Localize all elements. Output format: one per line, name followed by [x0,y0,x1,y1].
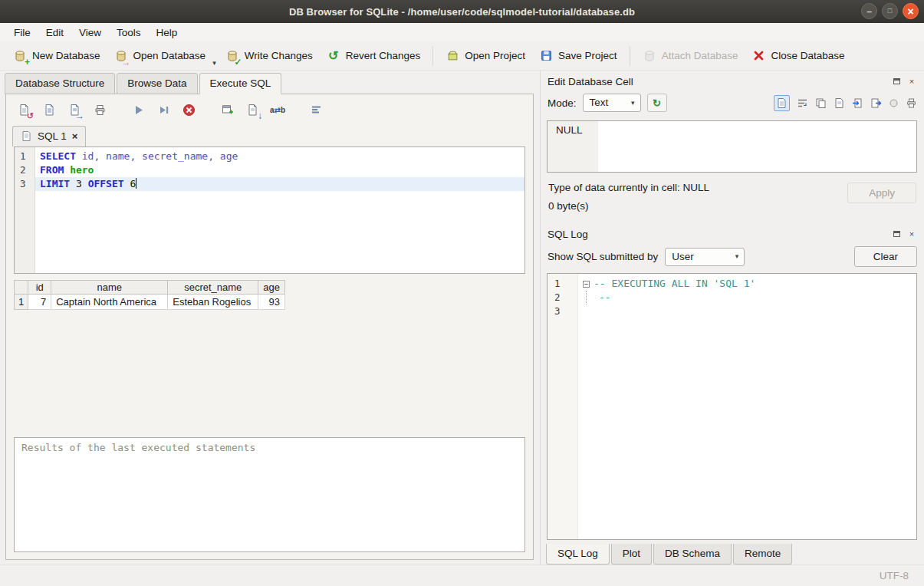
open-sql-file-button[interactable]: ↺ [15,101,32,118]
column-header-name[interactable]: name [51,281,168,295]
open-database-icon: → [114,49,128,63]
attach-database-label: Attach Database [662,50,738,61]
right-pane: Edit Database Cell × Mode: Text ▾ ↻ [540,71,924,565]
content-area: Database Structure Browse Data Execute S… [0,71,924,565]
edit-cell-close-button[interactable]: × [906,76,917,87]
log-filter-combobox[interactable]: User ▾ [665,248,745,266]
column-header-secret-name[interactable]: secret_name [168,281,258,295]
print-icon [93,103,107,117]
tab-db-schema[interactable]: DB Schema [653,544,732,565]
close-icon: × [909,77,914,86]
results-table: id name secret_name age 1 7 Captain Nort… [14,280,285,310]
editor-line: FROM hero [35,163,524,177]
print-button[interactable] [91,101,108,118]
titlebar: DB Browser for SQLite - /home/user/code/… [0,0,924,23]
menu-edit[interactable]: Edit [38,25,71,41]
open-sql-file-icon: ↺ [17,103,31,117]
edit-cell-float-button[interactable] [891,76,902,87]
stop-button[interactable] [180,101,197,118]
write-changes-label: Write Changes [245,50,313,61]
collapse-marker-icon[interactable]: − [583,281,590,288]
editor-code-area[interactable]: SELECT id, name, secret_name, age FROM h… [35,147,524,273]
results-grid-area: id name secret_name age 1 7 Captain Nort… [6,274,533,434]
auto-apply-button[interactable]: ↻ [647,94,667,112]
sql-log-close-button[interactable]: × [906,229,917,239]
save-results-button[interactable]: ↓ [244,101,261,118]
format-sql-icon [309,103,323,117]
encoding-indicator: UTF-8 [880,570,909,581]
find-replace-button[interactable]: a⇄b [269,101,286,118]
maximize-button[interactable]: □ [882,3,898,19]
menu-file[interactable]: File [6,25,38,41]
mode-combobox[interactable]: Text ▾ [583,94,641,112]
tab-sql-log[interactable]: SQL Log [546,544,610,565]
save-project-button[interactable]: Save Project [532,45,624,67]
open-database-button[interactable]: → Open Database [107,45,213,67]
results-corner-header[interactable] [15,281,28,295]
open-new-tab-button[interactable] [219,101,235,118]
cell-id[interactable]: 7 [28,295,51,310]
mode-label: Mode: [547,97,577,109]
sql-editor-tab-bar: SQL 1 × [6,122,533,146]
sql-editor-tab[interactable]: SQL 1 × [12,126,86,146]
save-sql-file-icon [42,103,56,117]
minimize-button[interactable]: – [861,3,877,19]
cell-name[interactable]: Captain North America [51,295,168,310]
save-sql-file-as-button[interactable]: → [66,101,83,118]
tab-plot[interactable]: Plot [611,544,652,565]
row-number-cell[interactable]: 1 [15,295,28,310]
paste-button[interactable] [834,97,845,109]
apply-button[interactable]: Apply [847,183,916,203]
sql-tab-close-icon[interactable]: × [72,130,78,142]
clear-log-button[interactable]: Clear [854,246,917,267]
cell-age[interactable]: 93 [258,295,285,310]
edit-cell-header: Edit Database Cell × [541,71,924,89]
write-changes-button[interactable]: ✓ Write Changes [219,45,320,67]
sql-log-view: 1 2 3 − -- EXECUTING ALL IN 'SQL 1' -- [547,273,917,540]
tab-browse-data[interactable]: Browse Data [117,73,197,94]
format-sql-button[interactable] [307,101,324,118]
tab-database-structure[interactable]: Database Structure [5,73,115,94]
log-line-numbers: 1 2 3 [547,274,578,539]
word-wrap-button[interactable] [797,97,808,109]
write-changes-icon: ✓ [225,49,239,63]
sql-log-title: SQL Log [547,229,588,240]
cell-editor[interactable]: NULL [547,120,917,173]
menu-help[interactable]: Help [149,25,186,41]
tree-guide-line [586,291,599,305]
text-mode-button[interactable] [774,95,790,111]
print-cell-button[interactable] [906,97,917,109]
open-database-menu-arrow[interactable]: ▾ [210,56,219,70]
sql-editor[interactable]: 1 2 3 SELECT id, name, secret_name, age … [14,146,525,274]
auto-refresh-icon: ↻ [653,98,661,108]
mode-value: Text [590,97,609,108]
attach-database-icon [643,49,656,63]
attach-database-button[interactable]: Attach Database [636,45,745,67]
new-database-button[interactable]: + New Database [6,45,107,67]
execute-sql-panel: ↺ → [5,94,534,560]
open-project-button[interactable]: Open Project [439,45,532,67]
tab-remote[interactable]: Remote [733,544,792,565]
toolbar-separator [630,46,630,66]
export-data-button[interactable] [870,97,882,109]
import-data-button[interactable] [852,97,863,109]
execute-line-button[interactable] [155,101,172,118]
set-null-button[interactable] [889,98,899,108]
tab-execute-sql[interactable]: Execute SQL [199,73,282,94]
sql-log-controls: Show SQL submitted by User ▾ Clear [541,242,924,269]
copy-button[interactable] [815,97,827,109]
close-button[interactable]: × [903,3,919,19]
edit-cell-title: Edit Database Cell [547,76,633,87]
execute-all-button[interactable] [130,101,146,118]
column-header-id[interactable]: id [28,281,51,295]
column-header-age[interactable]: age [258,281,285,295]
execute-line-icon [156,103,170,117]
revert-changes-button[interactable]: ↺ Revert Changes [320,45,428,67]
close-database-button[interactable]: Close Database [745,45,851,67]
sql-log-float-button[interactable] [891,229,902,239]
save-sql-file-button[interactable] [41,101,58,118]
log-code-area: − -- EXECUTING ALL IN 'SQL 1' -- [578,274,916,539]
menu-view[interactable]: View [71,25,109,41]
cell-secret-name[interactable]: Esteban Rogelios [168,295,258,310]
menu-tools[interactable]: Tools [109,25,149,41]
